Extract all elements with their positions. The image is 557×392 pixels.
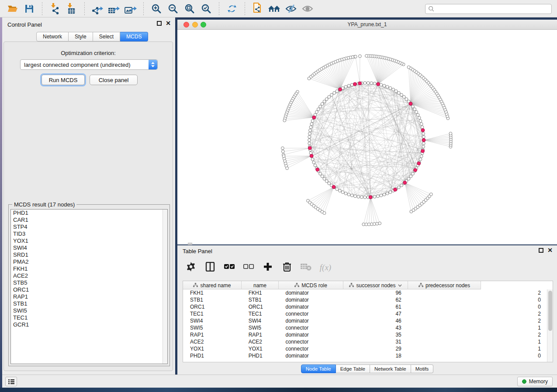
tab-edge-table[interactable]: Edge Table: [336, 364, 370, 373]
export-table-button[interactable]: [106, 2, 122, 16]
import-table-button[interactable]: [63, 2, 80, 16]
show-columns-button[interactable]: [204, 262, 216, 273]
settings-gear-button[interactable]: [185, 262, 197, 273]
desktop-wallpaper-bottom: [0, 388, 557, 392]
sort-menu-icon[interactable]: [398, 284, 402, 287]
mcds-result-item[interactable]: GCR1: [11, 321, 167, 328]
import-network-button[interactable]: [47, 2, 63, 16]
open-folder-button[interactable]: [4, 2, 21, 16]
export-image-button[interactable]: [122, 2, 139, 16]
eye-disabled-button[interactable]: [299, 2, 316, 16]
mcds-result-item[interactable]: SWI4: [11, 244, 167, 251]
mcds-result-item[interactable]: CAR1: [11, 217, 167, 224]
mcds-result-item[interactable]: ORC1: [11, 286, 167, 293]
table-row[interactable]: ACE2ACE2connector311: [183, 338, 547, 345]
mcds-result-list[interactable]: PHD1CAR1STP4TID3YOX1SWI4SRD1PMA2FKH1ACE2…: [10, 209, 168, 364]
mcds-result-item[interactable]: YOX1: [11, 237, 167, 244]
table-cell: TEC1: [242, 311, 279, 317]
save-button[interactable]: [21, 2, 38, 16]
memory-button[interactable]: Memory: [517, 377, 553, 386]
search-icon: [428, 6, 435, 12]
toolbar-group: [85, 0, 143, 17]
import-network-icon: [49, 3, 61, 14]
table-row[interactable]: RAP1RAP1dominator352: [183, 331, 547, 338]
tab-style[interactable]: Style: [69, 32, 93, 41]
mcds-result-item[interactable]: SWI5: [11, 307, 167, 314]
table-cell: 43: [343, 325, 408, 331]
table-toolbar: f(x): [177, 258, 557, 278]
network-view-title: YPA_prune.txt_1: [177, 21, 557, 28]
select-all-rows-button[interactable]: [224, 262, 235, 273]
column-header-predecessor-nodes[interactable]: predecessor nodes: [408, 281, 481, 289]
panel-splitter-handle[interactable]: [188, 243, 192, 245]
table-row[interactable]: ORC1ORC1dominator610: [183, 303, 547, 310]
close-table-panel-icon[interactable]: ✕: [547, 248, 553, 253]
network-view-titlebar[interactable]: YPA_prune.txt_1: [177, 20, 557, 30]
table-scrollbar-thumb[interactable]: [548, 291, 552, 331]
table-header-row: shared namenameMCDS rolesuccessor nodesp…: [183, 281, 481, 289]
mcds-result-item[interactable]: STP4: [11, 224, 167, 230]
search-field[interactable]: [425, 4, 552, 14]
mcds-result-item[interactable]: STB5: [11, 279, 167, 286]
table-row[interactable]: SWI4SWI4dominator462: [183, 317, 547, 324]
show-panels-list-button[interactable]: [5, 377, 17, 386]
mcds-result-item[interactable]: SRD1: [11, 251, 167, 258]
share-document-button[interactable]: [249, 2, 266, 16]
add-row-button[interactable]: [262, 262, 273, 273]
table-row[interactable]: PHD1PHD1dominator180: [183, 352, 547, 359]
mcds-result-item[interactable]: FKH1: [11, 265, 167, 272]
table-cell: YOX1: [242, 346, 279, 352]
zoom-selected-button[interactable]: [198, 2, 214, 16]
tab-select[interactable]: Select: [93, 32, 120, 41]
hide-eye-button[interactable]: [283, 2, 299, 16]
optimization-criterion-select[interactable]: largest connected component (undirected): [20, 59, 158, 70]
table-row[interactable]: FKH1FKH1dominator962: [183, 289, 547, 296]
column-header-shared-name[interactable]: shared name: [183, 281, 242, 289]
run-mcds-button[interactable]: Run MCDS: [42, 75, 85, 85]
mcds-result-item[interactable]: ACE2: [11, 272, 167, 279]
mcds-result-item[interactable]: TEC1: [11, 314, 167, 321]
float-panel-icon[interactable]: [157, 21, 162, 26]
refresh-layout-button[interactable]: [224, 2, 240, 16]
zoom-fit-button[interactable]: [181, 2, 198, 16]
network-graph-canvas[interactable]: [177, 30, 557, 244]
mcds-list-scrollbar[interactable]: [163, 210, 167, 364]
tab-network[interactable]: Network: [36, 32, 69, 41]
toolbar-group: [0, 0, 42, 17]
tab-mcds[interactable]: MCDS: [120, 32, 148, 41]
close-panel-icon[interactable]: ✕: [166, 21, 171, 26]
float-table-panel-icon[interactable]: [539, 248, 543, 253]
table-cell: 2: [408, 332, 547, 338]
settings-gear-icon: [186, 262, 196, 273]
table-row[interactable]: TEC1TEC1connector472: [183, 310, 547, 317]
zoom-in-button[interactable]: [148, 2, 165, 16]
mcds-result-item[interactable]: PMA2: [11, 258, 167, 265]
deselect-all-rows-button[interactable]: [243, 262, 254, 273]
import-table-icon: [66, 3, 77, 14]
mcds-result-item[interactable]: TID3: [11, 230, 167, 237]
houses-button[interactable]: [266, 2, 283, 16]
mcds-result-item[interactable]: STB1: [11, 300, 167, 307]
delete-row-button[interactable]: [281, 262, 293, 273]
mcds-result-item[interactable]: RAP1: [11, 293, 167, 300]
export-network-button[interactable]: [89, 2, 106, 16]
zoom-out-button[interactable]: [165, 2, 181, 16]
column-header-name[interactable]: name: [242, 281, 279, 289]
table-cell: 96: [343, 290, 408, 296]
search-input[interactable]: [435, 4, 551, 14]
table-row[interactable]: SWI5SWI5connector431: [183, 324, 547, 331]
close-panel-button[interactable]: Close panel: [90, 75, 138, 85]
table-row[interactable]: YOX1YOX1connector291: [183, 345, 547, 352]
mcds-result-item[interactable]: PHD1: [11, 210, 167, 217]
control-panel: Control Panel ✕ NetworkStyleSelectMCDS O…: [2, 17, 175, 375]
table-cell: SWI4: [242, 318, 279, 324]
tab-motifs[interactable]: Motifs: [411, 364, 434, 373]
tab-network-table[interactable]: Network Table: [370, 364, 411, 373]
column-type-icon: [193, 282, 198, 289]
column-header-MCDS-role[interactable]: MCDS role: [279, 281, 343, 289]
column-header-successor-nodes[interactable]: successor nodes: [343, 281, 408, 289]
table-cell: STB1: [183, 297, 242, 303]
table-row[interactable]: STB1STB1dominator620: [183, 296, 547, 303]
table-scrollbar[interactable]: [547, 289, 553, 362]
tab-node-table[interactable]: Node Table: [301, 364, 336, 373]
